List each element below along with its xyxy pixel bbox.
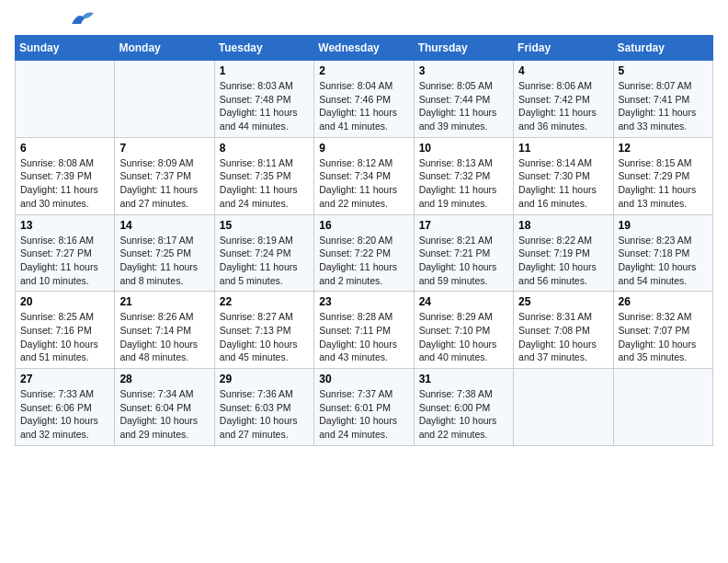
- calendar-day-cell: 22Sunrise: 8:27 AM Sunset: 7:13 PM Dayli…: [214, 292, 313, 369]
- day-info: Sunrise: 7:38 AM Sunset: 6:00 PM Dayligh…: [419, 387, 508, 442]
- day-info: Sunrise: 8:07 AM Sunset: 7:41 PM Dayligh…: [619, 79, 708, 133]
- day-number: 12: [619, 142, 708, 155]
- day-number: 23: [319, 295, 408, 308]
- day-info: Sunrise: 8:32 AM Sunset: 7:07 PM Dayligh…: [619, 310, 708, 364]
- calendar-day-cell: [16, 61, 115, 138]
- day-info: Sunrise: 8:28 AM Sunset: 7:11 PM Dayligh…: [319, 310, 408, 364]
- day-info: Sunrise: 8:08 AM Sunset: 7:39 PM Dayligh…: [20, 156, 109, 211]
- day-number: 4: [518, 64, 608, 77]
- day-number: 13: [20, 219, 109, 232]
- day-of-week-header: Monday: [115, 36, 214, 61]
- day-of-week-header: Friday: [514, 36, 613, 61]
- day-number: 9: [319, 142, 408, 155]
- day-info: Sunrise: 8:21 AM Sunset: 7:21 PM Dayligh…: [419, 234, 508, 288]
- calendar-day-cell: 12Sunrise: 8:15 AM Sunset: 7:29 PM Dayli…: [613, 137, 712, 214]
- day-info: Sunrise: 8:03 AM Sunset: 7:48 PM Dayligh…: [220, 79, 309, 133]
- calendar-day-cell: 16Sunrise: 8:20 AM Sunset: 7:22 PM Dayli…: [314, 214, 414, 292]
- day-info: Sunrise: 8:27 AM Sunset: 7:13 PM Dayligh…: [220, 310, 309, 364]
- day-info: Sunrise: 8:05 AM Sunset: 7:44 PM Dayligh…: [419, 79, 508, 133]
- calendar-day-cell: 23Sunrise: 8:28 AM Sunset: 7:11 PM Dayli…: [314, 292, 414, 369]
- day-number: 8: [220, 142, 309, 155]
- calendar-day-cell: 29Sunrise: 7:36 AM Sunset: 6:03 PM Dayli…: [214, 369, 313, 446]
- day-number: 20: [20, 295, 109, 308]
- day-number: 16: [319, 219, 408, 232]
- day-number: 19: [619, 219, 708, 232]
- calendar-day-cell: [613, 369, 712, 446]
- day-info: Sunrise: 8:06 AM Sunset: 7:42 PM Dayligh…: [518, 79, 608, 133]
- day-info: Sunrise: 8:17 AM Sunset: 7:25 PM Dayligh…: [119, 234, 209, 288]
- day-number: 3: [419, 64, 508, 77]
- day-info: Sunrise: 8:22 AM Sunset: 7:19 PM Dayligh…: [518, 234, 608, 288]
- day-number: 26: [619, 295, 708, 308]
- day-info: Sunrise: 7:33 AM Sunset: 6:06 PM Dayligh…: [20, 387, 109, 442]
- calendar-day-cell: 3Sunrise: 8:05 AM Sunset: 7:44 PM Daylig…: [414, 61, 513, 138]
- day-number: 17: [419, 219, 508, 232]
- calendar-table: SundayMondayTuesdayWednesdayThursdayFrid…: [15, 35, 713, 446]
- calendar-day-cell: [115, 61, 214, 138]
- calendar-day-cell: 30Sunrise: 7:37 AM Sunset: 6:01 PM Dayli…: [314, 369, 414, 446]
- calendar-day-cell: 31Sunrise: 7:38 AM Sunset: 6:00 PM Dayli…: [414, 369, 513, 446]
- day-number: 28: [119, 373, 209, 385]
- calendar-week-row: 1Sunrise: 8:03 AM Sunset: 7:48 PM Daylig…: [16, 61, 713, 138]
- day-number: 5: [619, 64, 708, 77]
- day-info: Sunrise: 8:29 AM Sunset: 7:10 PM Dayligh…: [419, 310, 508, 364]
- day-of-week-header: Saturday: [613, 36, 712, 61]
- day-of-week-header: Wednesday: [314, 36, 414, 61]
- calendar-day-cell: 26Sunrise: 8:32 AM Sunset: 7:07 PM Dayli…: [613, 292, 712, 369]
- day-info: Sunrise: 8:26 AM Sunset: 7:14 PM Dayligh…: [119, 310, 209, 364]
- day-number: 31: [419, 373, 508, 385]
- calendar-day-cell: 19Sunrise: 8:23 AM Sunset: 7:18 PM Dayli…: [613, 214, 712, 292]
- day-info: Sunrise: 8:16 AM Sunset: 7:27 PM Dayligh…: [20, 234, 109, 288]
- day-number: 6: [20, 142, 109, 155]
- calendar-day-cell: 18Sunrise: 8:22 AM Sunset: 7:19 PM Dayli…: [514, 214, 613, 292]
- calendar-day-cell: 9Sunrise: 8:12 AM Sunset: 7:34 PM Daylig…: [314, 137, 414, 214]
- day-number: 30: [319, 373, 408, 385]
- day-number: 1: [220, 64, 309, 77]
- calendar-day-cell: 20Sunrise: 8:25 AM Sunset: 7:16 PM Dayli…: [16, 292, 115, 369]
- day-info: Sunrise: 8:31 AM Sunset: 7:08 PM Dayligh…: [518, 310, 608, 364]
- calendar-day-cell: 28Sunrise: 7:34 AM Sunset: 6:04 PM Dayli…: [115, 369, 214, 446]
- calendar-day-cell: 1Sunrise: 8:03 AM Sunset: 7:48 PM Daylig…: [214, 61, 313, 138]
- calendar-day-cell: 15Sunrise: 8:19 AM Sunset: 7:24 PM Dayli…: [214, 214, 313, 292]
- calendar-day-cell: 2Sunrise: 8:04 AM Sunset: 7:46 PM Daylig…: [314, 61, 414, 138]
- day-number: 29: [220, 373, 309, 385]
- calendar-day-cell: 8Sunrise: 8:11 AM Sunset: 7:35 PM Daylig…: [214, 137, 313, 214]
- day-of-week-header: Thursday: [414, 36, 513, 61]
- calendar-week-row: 27Sunrise: 7:33 AM Sunset: 6:06 PM Dayli…: [16, 369, 713, 446]
- calendar-day-cell: 7Sunrise: 8:09 AM Sunset: 7:37 PM Daylig…: [115, 137, 214, 214]
- day-info: Sunrise: 7:34 AM Sunset: 6:04 PM Dayligh…: [119, 387, 209, 442]
- day-info: Sunrise: 8:13 AM Sunset: 7:32 PM Dayligh…: [419, 156, 508, 211]
- day-number: 22: [220, 295, 309, 308]
- calendar-day-cell: 21Sunrise: 8:26 AM Sunset: 7:14 PM Dayli…: [115, 292, 214, 369]
- day-info: Sunrise: 8:04 AM Sunset: 7:46 PM Dayligh…: [319, 79, 408, 133]
- calendar-day-cell: 4Sunrise: 8:06 AM Sunset: 7:42 PM Daylig…: [514, 61, 613, 138]
- day-info: Sunrise: 8:20 AM Sunset: 7:22 PM Dayligh…: [319, 234, 408, 288]
- day-info: Sunrise: 8:11 AM Sunset: 7:35 PM Dayligh…: [220, 156, 309, 211]
- day-info: Sunrise: 8:09 AM Sunset: 7:37 PM Dayligh…: [119, 156, 209, 211]
- day-of-week-header: Sunday: [16, 36, 115, 61]
- calendar-day-cell: 13Sunrise: 8:16 AM Sunset: 7:27 PM Dayli…: [16, 214, 115, 292]
- calendar-day-cell: 6Sunrise: 8:08 AM Sunset: 7:39 PM Daylig…: [16, 137, 115, 214]
- calendar-day-cell: 5Sunrise: 8:07 AM Sunset: 7:41 PM Daylig…: [613, 61, 712, 138]
- day-number: 27: [20, 373, 109, 385]
- day-number: 11: [518, 142, 608, 155]
- day-number: 10: [419, 142, 508, 155]
- day-number: 24: [419, 295, 508, 308]
- day-info: Sunrise: 8:25 AM Sunset: 7:16 PM Dayligh…: [20, 310, 109, 364]
- day-info: Sunrise: 7:37 AM Sunset: 6:01 PM Dayligh…: [319, 387, 408, 442]
- day-number: 7: [119, 142, 209, 155]
- day-number: 18: [518, 219, 608, 232]
- page-header: [15, 15, 713, 24]
- day-info: Sunrise: 8:19 AM Sunset: 7:24 PM Dayligh…: [220, 234, 309, 288]
- calendar-day-cell: 25Sunrise: 8:31 AM Sunset: 7:08 PM Dayli…: [514, 292, 613, 369]
- day-number: 15: [220, 219, 309, 232]
- calendar-week-row: 20Sunrise: 8:25 AM Sunset: 7:16 PM Dayli…: [16, 292, 713, 369]
- day-number: 25: [518, 295, 608, 308]
- calendar-day-cell: 10Sunrise: 8:13 AM Sunset: 7:32 PM Dayli…: [414, 137, 513, 214]
- logo: [15, 15, 96, 24]
- day-number: 14: [119, 219, 209, 232]
- day-info: Sunrise: 7:36 AM Sunset: 6:03 PM Dayligh…: [220, 387, 309, 442]
- day-number: 21: [119, 295, 209, 308]
- day-of-week-header: Tuesday: [214, 36, 313, 61]
- calendar-day-cell: 17Sunrise: 8:21 AM Sunset: 7:21 PM Dayli…: [414, 214, 513, 292]
